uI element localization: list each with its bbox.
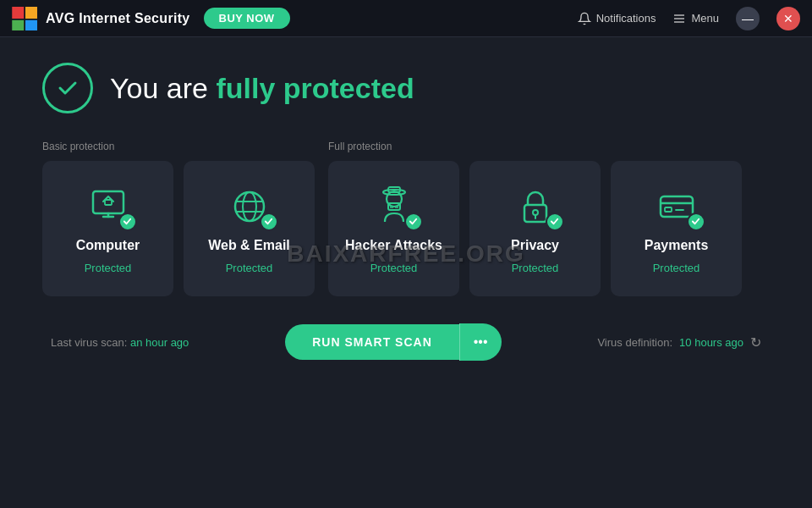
last-scan-info: Last virus scan: an hour ago	[51, 336, 189, 349]
main-content: You are fully protected Basic protection	[0, 37, 812, 378]
avg-logo-icon	[12, 7, 39, 30]
checkmark-icon	[56, 76, 80, 100]
web-email-card-title: Web & Email	[208, 238, 290, 253]
payments-card-title: Payments	[645, 238, 709, 253]
svg-rect-7	[93, 191, 123, 213]
check-icon	[123, 217, 132, 226]
scan-button-group: RUN SMART SCAN •••	[285, 323, 501, 361]
menu-label: Menu	[691, 12, 719, 25]
hacker-attacks-card-status: Protected	[370, 262, 418, 274]
computer-card-title: Computer	[76, 238, 140, 253]
virus-definition-info: Virus definition: 10 hours ago ↻	[597, 334, 761, 351]
full-cards-row: Hacker Attacks Protected	[328, 161, 770, 296]
last-scan-value: an hour ago	[130, 336, 189, 349]
check-icon	[691, 217, 700, 226]
web-email-icon-wrap	[222, 184, 277, 229]
svg-rect-24	[661, 196, 693, 217]
privacy-check-badge	[546, 213, 564, 231]
notifications-button[interactable]: Notifications	[578, 12, 656, 25]
computer-card[interactable]: Computer Protected	[42, 161, 173, 296]
svg-point-12	[243, 192, 256, 221]
full-section: Full protection	[328, 141, 770, 296]
hacker-attacks-card[interactable]: Hacker Attacks Protected	[328, 161, 459, 296]
buy-now-button[interactable]: BUY NOW	[204, 8, 290, 29]
status-circle	[42, 63, 93, 113]
last-scan-label: Last virus scan:	[51, 336, 130, 349]
app-title: AVG Internet Security	[46, 11, 190, 26]
payments-card-status: Protected	[653, 262, 700, 274]
hacker-icon-wrap	[367, 184, 421, 229]
virus-def-value: 10 hours ago	[679, 336, 743, 349]
svg-rect-10	[105, 200, 112, 205]
basic-section: Basic protection	[42, 141, 315, 296]
full-section-label: Full protection	[328, 141, 770, 152]
bell-icon	[578, 12, 591, 25]
web-email-card-status: Protected	[226, 262, 273, 274]
svg-rect-26	[665, 207, 672, 212]
scan-more-button[interactable]: •••	[459, 323, 502, 361]
privacy-card-title: Privacy	[511, 238, 559, 253]
check-icon	[409, 217, 418, 226]
titlebar-right: Notifications Menu — ✕	[578, 7, 800, 30]
refresh-icon[interactable]: ↻	[750, 334, 761, 351]
hacker-check-badge	[404, 213, 423, 231]
check-icon	[550, 217, 559, 226]
status-row: You are fully protected	[42, 63, 770, 113]
basic-cards-row: Computer Protected	[42, 161, 315, 296]
logo-area: AVG Internet Security	[12, 7, 190, 30]
svg-rect-0	[12, 7, 24, 19]
web-email-card[interactable]: Web & Email Protected	[184, 161, 315, 296]
svg-rect-3	[25, 19, 37, 30]
bottom-bar: Last virus scan: an hour ago RUN SMART S…	[42, 323, 770, 361]
svg-point-11	[235, 192, 264, 221]
privacy-card[interactable]: Privacy Protected	[469, 161, 601, 296]
basic-section-label: Basic protection	[42, 141, 315, 152]
cards-wrapper: Basic protection	[42, 141, 770, 296]
check-icon	[264, 217, 273, 226]
svg-rect-2	[12, 19, 24, 30]
menu-button[interactable]: Menu	[672, 12, 719, 25]
computer-check-badge	[118, 213, 137, 231]
virus-def-label: Virus definition:	[597, 336, 672, 349]
run-smart-scan-button[interactable]: RUN SMART SCAN	[285, 324, 459, 360]
close-button[interactable]: ✕	[776, 7, 800, 30]
privacy-icon-wrap	[508, 184, 562, 229]
computer-icon-wrap	[81, 184, 135, 229]
svg-rect-1	[25, 7, 37, 19]
status-text: You are fully protected	[110, 72, 414, 105]
payments-icon-wrap	[650, 184, 704, 229]
titlebar: AVG Internet Security BUY NOW Notificati…	[0, 0, 812, 37]
menu-icon	[672, 12, 686, 25]
hacker-attacks-card-title: Hacker Attacks	[345, 238, 442, 253]
status-highlight: fully protected	[216, 72, 414, 104]
computer-card-status: Protected	[85, 262, 132, 274]
notifications-label: Notifications	[596, 12, 656, 25]
payments-check-badge	[687, 213, 705, 231]
privacy-card-status: Protected	[512, 262, 559, 274]
status-prefix: You are	[110, 72, 216, 104]
minimize-button[interactable]: —	[736, 7, 760, 30]
web-email-check-badge	[260, 213, 278, 231]
payments-card[interactable]: Payments Protected	[611, 161, 742, 296]
